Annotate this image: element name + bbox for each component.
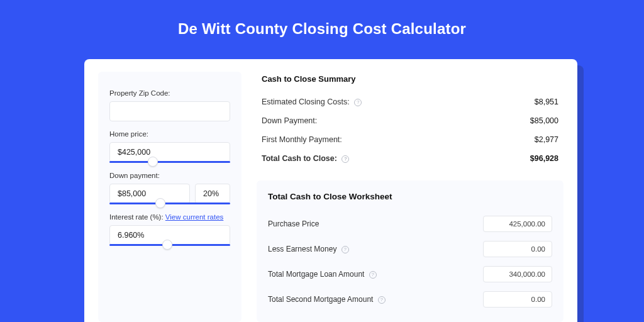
interest-rate-slider[interactable] — [109, 244, 230, 246]
worksheet-row: Less Earnest Money ? 0.00 — [268, 236, 552, 262]
summary-row-total: Total Cash to Close: ? $96,928 — [262, 149, 558, 168]
summary-row: First Monthly Payment: $2,977 — [262, 130, 558, 149]
worksheet-row-label: Purchase Price — [268, 219, 319, 228]
page-title: De Witt County Closing Cost Calculator — [0, 0, 644, 55]
summary-total-label-text: Total Cash to Close: — [262, 154, 337, 163]
summary-label-text: Estimated Closing Costs: — [262, 97, 350, 106]
slider-thumb[interactable] — [162, 240, 172, 250]
summary-total-label: Total Cash to Close: ? — [262, 154, 349, 163]
worksheet-row: Total Mortgage Loan Amount ? 340,000.00 — [268, 262, 552, 287]
help-icon[interactable]: ? — [341, 155, 349, 163]
help-icon[interactable]: ? — [341, 246, 349, 253]
summary-section: Cash to Close Summary Estimated Closing … — [257, 72, 564, 173]
home-price-slider[interactable] — [109, 161, 230, 163]
slider-track — [109, 203, 230, 204]
slider-track — [109, 161, 230, 163]
summary-title: Cash to Close Summary — [262, 74, 558, 84]
summary-row-value: $85,000 — [530, 116, 558, 125]
worksheet-section: Total Cash to Close Worksheet Purchase P… — [257, 180, 564, 322]
home-price-input[interactable] — [109, 142, 230, 162]
worksheet-row-value[interactable]: 0.00 — [483, 241, 552, 257]
summary-row: Estimated Closing Costs: ? $8,951 — [262, 92, 558, 111]
down-payment-slider[interactable] — [109, 203, 230, 204]
worksheet-label-text: Less Earnest Money — [268, 245, 336, 253]
down-payment-field: Down payment: — [109, 172, 230, 204]
zip-label: Property Zip Code: — [109, 89, 230, 97]
summary-row-label: First Monthly Payment: — [262, 135, 342, 144]
view-rates-link[interactable]: View current rates — [165, 213, 223, 221]
interest-rate-field: Interest rate (%): View current rates — [109, 213, 230, 246]
summary-total-value: $96,928 — [530, 154, 558, 163]
summary-row-label: Down Payment: — [262, 116, 317, 125]
worksheet-row-value[interactable]: 340,000.00 — [483, 266, 552, 282]
home-price-field: Home price: — [109, 130, 230, 163]
help-icon[interactable]: ? — [354, 99, 362, 106]
zip-field: Property Zip Code: — [109, 89, 230, 121]
summary-row: Down Payment: $85,000 — [262, 111, 558, 130]
slider-thumb[interactable] — [148, 157, 158, 167]
down-payment-amount-input[interactable] — [109, 184, 190, 204]
interest-rate-label: Interest rate (%): View current rates — [109, 213, 230, 221]
calculator-card: Property Zip Code: Home price: Down paym… — [84, 59, 577, 322]
worksheet-label-text: Total Mortgage Loan Amount — [268, 270, 364, 279]
worksheet-row: Total Second Mortgage Amount ? 0.00 — [268, 287, 552, 312]
worksheet-row-label: Total Second Mortgage Amount ? — [268, 295, 386, 304]
worksheet-label-text: Total Second Mortgage Amount — [268, 295, 373, 304]
results-panel: Cash to Close Summary Estimated Closing … — [257, 72, 564, 322]
worksheet-row-value[interactable]: 425,000.00 — [483, 216, 552, 232]
help-icon[interactable]: ? — [369, 271, 377, 279]
down-payment-percent-input[interactable] — [195, 184, 230, 204]
summary-row-value: $8,951 — [535, 97, 558, 106]
worksheet-row-label: Less Earnest Money ? — [268, 245, 349, 253]
worksheet-title: Total Cash to Close Worksheet — [268, 192, 552, 201]
zip-input[interactable] — [109, 101, 230, 121]
worksheet-row: Purchase Price 425,000.00 — [268, 211, 552, 236]
input-panel: Property Zip Code: Home price: Down paym… — [98, 72, 242, 322]
help-icon[interactable]: ? — [378, 296, 386, 304]
interest-rate-label-text: Interest rate (%): — [109, 213, 164, 221]
slider-thumb[interactable] — [155, 198, 165, 208]
summary-row-label: Estimated Closing Costs: ? — [262, 97, 362, 106]
worksheet-row-label: Total Mortgage Loan Amount ? — [268, 270, 377, 279]
worksheet-row-value[interactable]: 0.00 — [483, 291, 552, 308]
home-price-label: Home price: — [109, 130, 230, 138]
down-payment-label: Down payment: — [109, 172, 230, 179]
summary-row-value: $2,977 — [535, 135, 558, 144]
